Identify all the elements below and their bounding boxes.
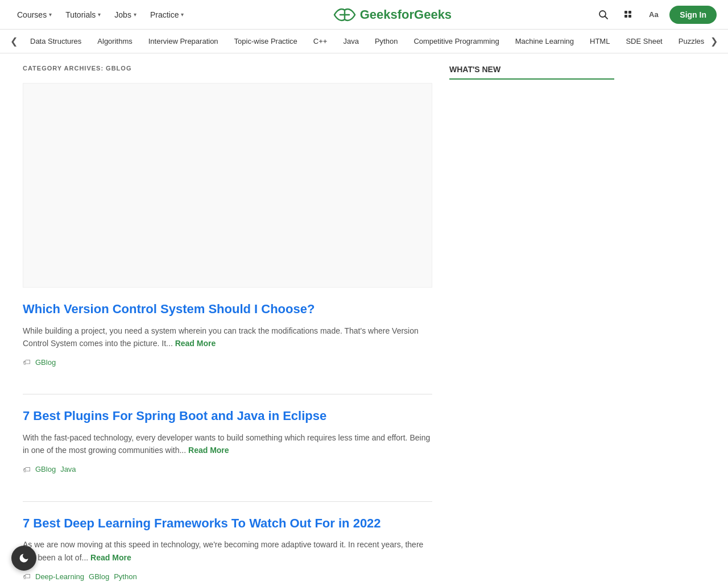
tutorials-nav-item[interactable]: Tutorials ▾ bbox=[60, 7, 106, 23]
moon-icon bbox=[18, 552, 30, 564]
article-1-read-more[interactable]: Read More bbox=[175, 339, 216, 348]
logo-text: GeeksforGeeks bbox=[360, 7, 452, 22]
article-2-title[interactable]: 7 Best Plugins For Spring Boot and Java … bbox=[23, 408, 432, 425]
sec-nav-interview-prep[interactable]: Interview Preparation bbox=[140, 31, 226, 51]
article-2-tag-gblog[interactable]: GBlog bbox=[35, 465, 56, 473]
jobs-label: Jobs bbox=[114, 10, 131, 19]
article-1-tags: 🏷 GBlog bbox=[23, 357, 432, 367]
tag-icon-3: 🏷 bbox=[23, 572, 31, 581]
article-2-tag-java[interactable]: Java bbox=[60, 465, 76, 473]
article-2-read-more[interactable]: Read More bbox=[188, 446, 229, 455]
article-2: 7 Best Plugins For Spring Boot and Java … bbox=[23, 394, 432, 487]
main-content: CATEGORY ARCHIVES: GBLOG Which Version C… bbox=[23, 65, 432, 582]
sec-nav-java[interactable]: Java bbox=[335, 31, 366, 51]
sidebar-whats-new-title: WHAT'S NEW bbox=[449, 65, 614, 80]
sidebar: WHAT'S NEW bbox=[432, 65, 614, 582]
sign-in-button[interactable]: Sign In bbox=[669, 6, 717, 24]
article-3-title[interactable]: 7 Best Deep Learning Frameworks To Watch… bbox=[23, 516, 432, 532]
language-button[interactable]: Aa bbox=[644, 6, 663, 24]
practice-chevron-icon: ▾ bbox=[181, 11, 184, 18]
apps-grid-button[interactable] bbox=[619, 6, 638, 24]
svg-rect-2 bbox=[624, 11, 627, 14]
nav-left-items: Courses ▾ Tutorials ▾ Jobs ▾ Practice ▾ bbox=[11, 7, 189, 23]
tutorials-chevron-icon: ▾ bbox=[98, 11, 101, 18]
search-button[interactable] bbox=[594, 6, 613, 24]
sec-nav-python[interactable]: Python bbox=[367, 31, 406, 51]
tag-icon-2: 🏷 bbox=[23, 465, 31, 474]
sec-nav-data-structures[interactable]: Data Structures bbox=[22, 31, 89, 51]
jobs-nav-item[interactable]: Jobs ▾ bbox=[109, 7, 142, 23]
site-logo[interactable]: GeeksforGeeks bbox=[333, 6, 452, 24]
top-navigation: Courses ▾ Tutorials ▾ Jobs ▾ Practice ▾ … bbox=[0, 0, 728, 30]
dark-mode-toggle[interactable] bbox=[11, 546, 36, 571]
article-1-excerpt: While building a project, you need a sys… bbox=[23, 325, 432, 350]
article-3-read-more[interactable]: Read More bbox=[90, 553, 131, 562]
practice-nav-item[interactable]: Practice ▾ bbox=[144, 7, 190, 23]
category-title: CATEGORY ARCHIVES: GBLOG bbox=[23, 65, 432, 72]
svg-rect-3 bbox=[628, 11, 631, 14]
article-1: Which Version Control System Should I Ch… bbox=[23, 301, 432, 380]
grid-icon bbox=[623, 10, 634, 20]
sec-nav-competitive-prog[interactable]: Competitive Programming bbox=[406, 31, 507, 51]
sec-nav-html[interactable]: HTML bbox=[582, 31, 618, 51]
svg-rect-4 bbox=[624, 15, 627, 18]
sec-nav-cpp[interactable]: C++ bbox=[305, 31, 336, 51]
article-1-tag-gblog[interactable]: GBlog bbox=[35, 358, 56, 367]
gfg-logo-icon bbox=[333, 6, 357, 24]
nav-arrow-left[interactable]: ❮ bbox=[6, 36, 22, 47]
nav-arrow-right[interactable]: ❯ bbox=[706, 36, 722, 47]
article-3-tag-gblog[interactable]: GBlog bbox=[89, 572, 109, 581]
courses-label: Courses bbox=[17, 10, 47, 19]
article-2-tags: 🏷 GBlog Java bbox=[23, 465, 432, 474]
tag-icon-1: 🏷 bbox=[23, 357, 31, 367]
secondary-navigation: ❮ Data Structures Algorithms Interview P… bbox=[0, 30, 728, 53]
search-icon bbox=[598, 10, 609, 20]
article-3-tag-python[interactable]: Python bbox=[114, 572, 136, 581]
article-3-excerpt: As we are now moving at this speed in te… bbox=[23, 538, 432, 564]
sec-nav-algorithms[interactable]: Algorithms bbox=[89, 31, 140, 51]
svg-line-1 bbox=[605, 16, 608, 19]
sec-nav-sde-sheet[interactable]: SDE Sheet bbox=[618, 31, 670, 51]
article-2-excerpt: With the fast-paced technology, every de… bbox=[23, 431, 432, 457]
article-3-tag-deep-learning[interactable]: Deep-Learning bbox=[35, 572, 84, 581]
practice-label: Practice bbox=[150, 10, 179, 19]
tutorials-label: Tutorials bbox=[65, 10, 96, 19]
content-wrapper: CATEGORY ARCHIVES: GBLOG Which Version C… bbox=[0, 53, 728, 582]
article-3-tags: 🏷 Deep-Learning GBlog Python bbox=[23, 572, 432, 581]
courses-chevron-icon: ▾ bbox=[49, 11, 52, 18]
article-3: 7 Best Deep Learning Frameworks To Watch… bbox=[23, 501, 432, 582]
advertisement-banner bbox=[23, 83, 432, 288]
article-1-title[interactable]: Which Version Control System Should I Ch… bbox=[23, 301, 432, 318]
courses-nav-item[interactable]: Courses ▾ bbox=[11, 7, 57, 23]
sec-nav-machine-learning[interactable]: Machine Learning bbox=[507, 31, 582, 51]
language-icon: Aa bbox=[649, 10, 659, 19]
svg-rect-5 bbox=[628, 15, 631, 18]
logo-area: GeeksforGeeks bbox=[189, 6, 594, 24]
secondary-nav-items: Data Structures Algorithms Interview Pre… bbox=[22, 31, 706, 51]
jobs-chevron-icon: ▾ bbox=[134, 11, 136, 18]
nav-right-items: Aa Sign In bbox=[594, 6, 717, 24]
sec-nav-puzzles[interactable]: Puzzles bbox=[671, 31, 706, 51]
sec-nav-topic-practice[interactable]: Topic-wise Practice bbox=[226, 31, 305, 51]
